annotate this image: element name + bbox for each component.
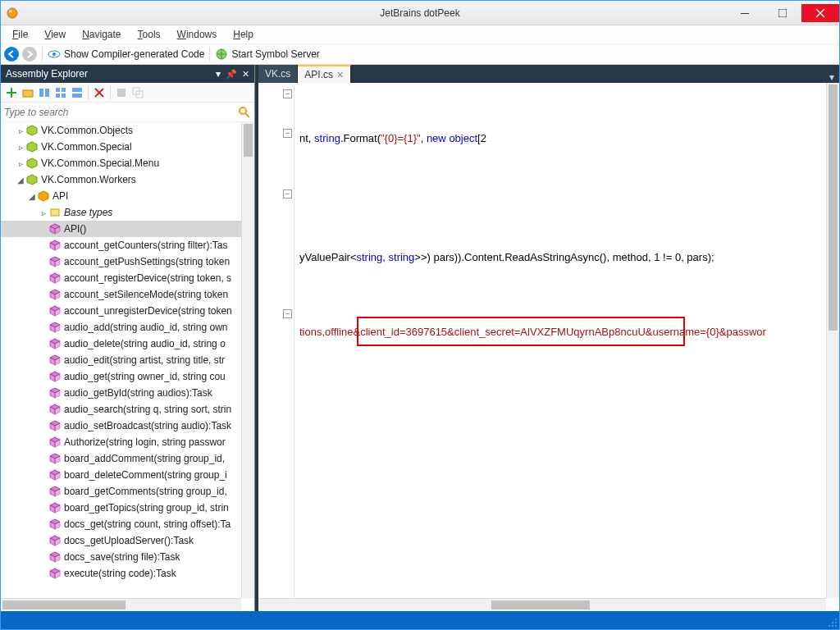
method-7[interactable]: audio_edit(string artist, string title, …	[1, 352, 241, 368]
method-20[interactable]: execute(string code):Task	[1, 565, 241, 582]
base-types[interactable]: ▹Base types	[1, 204, 241, 221]
method-15[interactable]: board_getComments(string group_id,	[1, 483, 241, 500]
pin-icon[interactable]: 📌	[226, 69, 237, 80]
method-12[interactable]: Authorize(string login, string passwor	[1, 434, 241, 450]
method-6[interactable]: audio_delete(string audio_id, string o	[1, 336, 241, 352]
resize-grip-icon[interactable]	[828, 618, 838, 628]
nav-back-button[interactable]	[4, 47, 19, 62]
save-icon[interactable]	[114, 85, 129, 100]
method-4[interactable]: account_unregisterDevice(string token	[1, 303, 241, 319]
tree-icon	[48, 518, 62, 531]
show-compiler-button[interactable]: Show Compiler-generated Code	[64, 48, 204, 60]
search-input[interactable]	[4, 107, 238, 118]
toolbar: Show Compiler-generated Code Start Symbo…	[1, 43, 839, 65]
maximize-button[interactable]	[764, 4, 801, 22]
method-2[interactable]: account_registerDevice(string token, s	[1, 270, 241, 286]
globe-icon	[215, 48, 228, 61]
search-icon[interactable]	[238, 106, 251, 119]
panel-dropdown-icon[interactable]: ▾	[216, 68, 221, 80]
start-symbol-button[interactable]: Start Symbol Server	[231, 48, 319, 60]
menu-windows[interactable]: Windows	[171, 27, 224, 42]
method-3[interactable]: account_setSilenceMode(string token	[1, 286, 241, 303]
menu-view[interactable]: View	[38, 27, 72, 42]
tree-label: board_getComments(string group_id,	[64, 486, 227, 497]
method-17[interactable]: docs_get(string count, string offset):Ta	[1, 516, 241, 532]
method-19[interactable]: docs_save(string file):Task	[1, 549, 241, 565]
copy-icon[interactable]	[130, 85, 145, 100]
editor-vscroll[interactable]	[826, 83, 839, 598]
method-9[interactable]: audio_getById(string audios):Task	[1, 385, 241, 401]
svg-rect-12	[39, 89, 43, 97]
tab-close-icon[interactable]: ✕	[336, 70, 344, 80]
class-api[interactable]: ◢API	[1, 188, 241, 204]
method-8[interactable]: audio_get(string owner_id, string cou	[1, 368, 241, 385]
method-5[interactable]: audio_add(string audio_id, string own	[1, 319, 241, 336]
method-14[interactable]: board_deleteComment(string group_i	[1, 467, 241, 483]
menu-navigate[interactable]: Navigate	[75, 27, 127, 42]
tree-twisty[interactable]: ▹	[39, 208, 48, 217]
panel-hscroll[interactable]	[1, 598, 241, 611]
tree-label: audio_setBroadcast(string audio):Task	[64, 420, 231, 431]
tree-label: account_setSilenceMode(string token	[64, 289, 228, 300]
tab-overflow-icon[interactable]: ▾	[824, 71, 839, 83]
svg-rect-17	[62, 94, 66, 98]
remove-icon[interactable]	[92, 85, 107, 100]
tree-twisty[interactable]: ▹	[16, 126, 25, 135]
menu-file[interactable]: File	[6, 27, 34, 42]
tree-twisty[interactable]: ◢	[16, 176, 25, 185]
menu-tools[interactable]: Tools	[131, 27, 167, 42]
explore-icon[interactable]	[37, 85, 52, 100]
tab-api[interactable]: API.cs✕	[298, 65, 351, 83]
tree-twisty[interactable]: ◢	[27, 192, 37, 201]
method-18[interactable]: docs_getUploadServer():Task	[1, 532, 241, 549]
tree-icon	[48, 206, 62, 219]
tree-label: audio_delete(string audio_id, string o	[64, 338, 226, 349]
method-10[interactable]: audio_search(string q, string sort, stri…	[1, 401, 241, 418]
code-editor[interactable]: − − − − nt, string.Format("{0}={1}", new…	[258, 83, 839, 611]
tree-icon	[48, 452, 62, 465]
tree-icon	[25, 157, 39, 170]
menu-help[interactable]: Help	[226, 27, 260, 42]
ns-objects[interactable]: ▹VK.Common.Objects	[1, 122, 241, 139]
fold-icon[interactable]: −	[283, 309, 292, 318]
close-button[interactable]	[801, 4, 839, 22]
add-icon[interactable]	[4, 85, 19, 100]
tab-vk[interactable]: VK.cs	[258, 65, 298, 83]
separator	[110, 85, 111, 100]
tree-twisty[interactable]: ▹	[16, 143, 25, 152]
fold-icon[interactable]: −	[283, 189, 292, 199]
method-ctor[interactable]: API()	[1, 221, 241, 237]
tree-icon	[48, 239, 62, 252]
ns-workers[interactable]: ◢VK.Common.Workers	[1, 171, 241, 188]
separator	[209, 47, 210, 62]
tab-bar: VK.cs API.cs✕ ▾	[258, 65, 839, 83]
method-0[interactable]: account_getCounters(string filter):Tas	[1, 237, 241, 253]
fold-icon[interactable]: −	[283, 89, 292, 98]
minimize-button[interactable]	[726, 4, 764, 22]
tree-label: board_getTopics(string group_id, strin	[64, 502, 229, 514]
tree-icon	[25, 140, 39, 153]
nav-forward-button[interactable]	[22, 47, 37, 62]
svg-point-7	[52, 52, 56, 56]
grid1-icon[interactable]	[53, 85, 68, 100]
method-16[interactable]: board_getTopics(string group_id, strin	[1, 500, 241, 516]
editor-hscroll[interactable]	[258, 598, 826, 611]
svg-rect-13	[45, 89, 49, 97]
ns-special[interactable]: ▹VK.Common.Special	[1, 139, 241, 155]
folder-icon[interactable]	[21, 85, 35, 100]
tree-icon	[48, 354, 62, 367]
grid2-icon[interactable]	[70, 85, 84, 100]
method-1[interactable]: account_getPushSettings(string token	[1, 253, 241, 270]
panel-close-icon[interactable]: ✕	[242, 69, 249, 80]
ns-special-menu[interactable]: ▹VK.Common.Special.Menu	[1, 155, 241, 171]
fold-icon[interactable]: −	[283, 129, 292, 138]
highlight-box	[357, 317, 685, 346]
tree-label: account_getCounters(string filter):Tas	[64, 240, 227, 251]
svg-point-99	[835, 619, 837, 620]
method-11[interactable]: audio_setBroadcast(string audio):Task	[1, 418, 241, 434]
method-13[interactable]: board_addComment(string group_id,	[1, 450, 241, 467]
panel-vscroll[interactable]	[241, 122, 254, 598]
svg-point-25	[240, 107, 246, 114]
tree-twisty[interactable]: ▹	[16, 159, 25, 168]
svg-marker-31	[39, 191, 48, 201]
